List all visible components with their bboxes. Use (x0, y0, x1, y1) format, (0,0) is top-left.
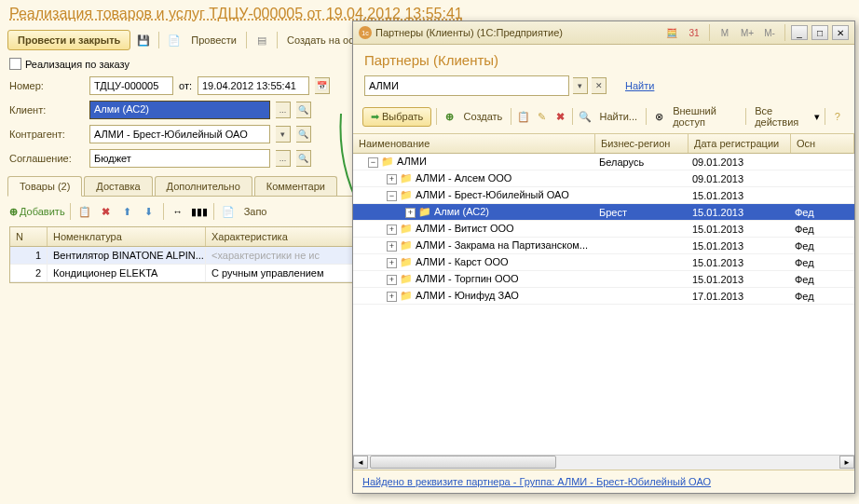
save-icon[interactable]: 💾 (134, 31, 153, 49)
create-based-button[interactable]: Создать на осн (283, 33, 363, 48)
from-label: от: (179, 80, 192, 91)
client-search-icon[interactable]: 🔍 (296, 102, 311, 118)
expand-icon[interactable]: + (387, 225, 397, 235)
tree-row[interactable]: +📁АЛМИ - Торгпин ООО15.01.2013Фед (353, 271, 854, 288)
search-dropdown-icon[interactable]: ▾ (573, 77, 588, 94)
folder-icon: 📁 (400, 172, 413, 184)
popup-titlebar[interactable]: 1c Партнеры (Клиенты) (1С:Предприятие) 🧮… (353, 21, 854, 45)
delete-icon[interactable]: ✖ (97, 202, 116, 221)
col-osn[interactable]: Осн (791, 134, 854, 153)
collapse-icon[interactable]: − (387, 191, 397, 201)
help-icon[interactable]: ? (830, 107, 845, 126)
h-scrollbar[interactable]: ◄ ► (353, 455, 854, 470)
minimize-button[interactable]: _ (791, 25, 808, 40)
doc-icon[interactable]: 📄 (165, 31, 184, 49)
tree-row[interactable]: +📁Алми (АС2)Брест15.01.2013Фед (353, 204, 854, 221)
counterparty-dropdown-icon[interactable]: ▾ (276, 126, 291, 143)
popup-title: Партнеры (Клиенты) (1С:Предприятие) (375, 27, 659, 38)
tab-delivery[interactable]: Доставка (84, 176, 152, 196)
cancel-find-icon[interactable]: ⊗ (651, 107, 666, 126)
number-label: Номер: (9, 80, 84, 91)
scroll-thumb[interactable] (370, 456, 556, 469)
find-button[interactable]: Найти... (595, 109, 641, 124)
date-field[interactable] (198, 76, 309, 95)
row-name: АЛМИ - Юнифуд ЗАО (416, 290, 519, 301)
folder-icon: 📁 (381, 156, 394, 167)
scroll-left-icon[interactable]: ◄ (353, 456, 368, 469)
external-access-button[interactable]: Внешний доступ (669, 103, 741, 129)
add-button[interactable]: ⊕Добавить (9, 206, 65, 218)
doc2-icon[interactable]: 📄 (219, 202, 238, 221)
expand-icon[interactable]: + (387, 174, 397, 184)
tree-row[interactable]: −📁АЛМИБеларусь09.01.2013 (353, 154, 854, 170)
find-icon[interactable]: 🔍 (578, 107, 593, 126)
search-clear-icon[interactable]: ✕ (592, 77, 607, 94)
folder-icon: 📁 (400, 256, 413, 267)
date-picker-icon[interactable]: 📅 (315, 77, 330, 94)
tree-row[interactable]: +📁АЛМИ - Витист ООО15.01.2013Фед (353, 221, 854, 238)
col-region[interactable]: Бизнес-регион (595, 134, 689, 153)
expand-icon[interactable]: + (387, 241, 397, 252)
expand-icon[interactable]: + (387, 258, 397, 268)
adjust-icon[interactable]: ↔ (169, 202, 187, 221)
submit-close-button[interactable]: Провести и закрыть (7, 30, 130, 50)
expand-icon[interactable]: + (387, 275, 397, 285)
agreement-field[interactable] (89, 149, 270, 168)
folder-icon: 📁 (400, 223, 413, 234)
m-minus-button[interactable]: M- (760, 25, 779, 40)
by-order-checkbox[interactable] (9, 58, 21, 70)
close-button[interactable]: ✕ (832, 25, 849, 40)
create-icon[interactable]: ⊕ (442, 107, 457, 126)
expand-icon[interactable]: + (387, 292, 397, 302)
col-name[interactable]: Наименование (353, 134, 595, 153)
find-link[interactable]: Найти (621, 78, 658, 93)
tree-row[interactable]: +📁АЛМИ - Карст ООО15.01.2013Фед (353, 254, 854, 271)
copy-icon[interactable]: 📋 (75, 202, 94, 221)
barcode-icon[interactable]: ▮▮▮ (190, 202, 209, 221)
copy2-icon[interactable]: 📋 (516, 107, 531, 126)
submit-button[interactable]: Провести (187, 33, 240, 48)
edit-icon[interactable]: ✎ (535, 107, 550, 126)
tree-row[interactable]: +📁АЛМИ - Алсем ООО09.01.2013 (353, 170, 854, 187)
col-nom[interactable]: Номенклатура (48, 227, 206, 246)
create-button[interactable]: Создать (460, 109, 507, 124)
search-input[interactable] (364, 75, 569, 96)
tab-additional[interactable]: Дополнительно (155, 176, 252, 196)
all-actions-button[interactable]: Все действия (751, 103, 811, 129)
dropdown-icon[interactable]: ▾ (814, 111, 820, 123)
tree-row[interactable]: +📁АЛМИ - Юнифуд ЗАО17.01.2013Фед (353, 288, 854, 305)
expand-icon[interactable]: + (405, 208, 416, 218)
tab-comment[interactable]: Комментари (254, 176, 337, 196)
m-plus-button[interactable]: M+ (738, 25, 757, 40)
calendar-icon[interactable]: 31 (685, 25, 703, 40)
list-icon[interactable]: ▤ (252, 31, 271, 49)
m-button[interactable]: M (716, 25, 734, 40)
maximize-button[interactable]: □ (811, 25, 828, 40)
tab-goods[interactable]: Товары (2) (7, 176, 82, 197)
tree-row[interactable]: +📁АЛМИ - Закрама на Партизанском...15.01… (353, 238, 854, 254)
counterparty-field[interactable] (89, 125, 270, 143)
collapse-icon[interactable]: − (368, 157, 378, 168)
partners-popup: 1c Партнеры (Клиенты) (1С:Предприятие) 🧮… (352, 20, 855, 494)
agreement-select-icon[interactable]: ... (276, 150, 291, 167)
row-name: АЛМИ - Карст ООО (416, 256, 509, 267)
agreement-search-icon[interactable]: 🔍 (296, 150, 311, 167)
calc-icon[interactable]: 🧮 (662, 25, 681, 40)
delete2-icon[interactable]: ✖ (552, 107, 567, 126)
agreement-label: Соглашение: (9, 153, 84, 164)
up-icon[interactable]: ⬆ (118, 202, 137, 221)
scroll-right-icon[interactable]: ► (839, 456, 854, 469)
by-order-label: Реализация по заказу (25, 59, 130, 70)
client-select-icon[interactable]: ... (276, 102, 291, 118)
footer-link[interactable]: Найдено в реквизите партнера - Группа: А… (362, 476, 711, 487)
tree-row[interactable]: −📁АЛМИ - Брест-Юбилейный ОАО15.01.2013 (353, 187, 854, 204)
down-icon[interactable]: ⬇ (140, 202, 158, 221)
number-field[interactable] (89, 76, 173, 95)
col-n[interactable]: N (10, 227, 48, 246)
select-button[interactable]: ➡Выбрать (362, 107, 431, 127)
counterparty-search-icon[interactable]: 🔍 (296, 126, 311, 143)
col-date[interactable]: Дата регистрации (689, 134, 791, 153)
fill-button[interactable]: Запо (240, 204, 271, 219)
client-field[interactable]: Алми (АС2) (89, 101, 270, 119)
row-name: АЛМИ - Витист ООО (416, 223, 514, 234)
